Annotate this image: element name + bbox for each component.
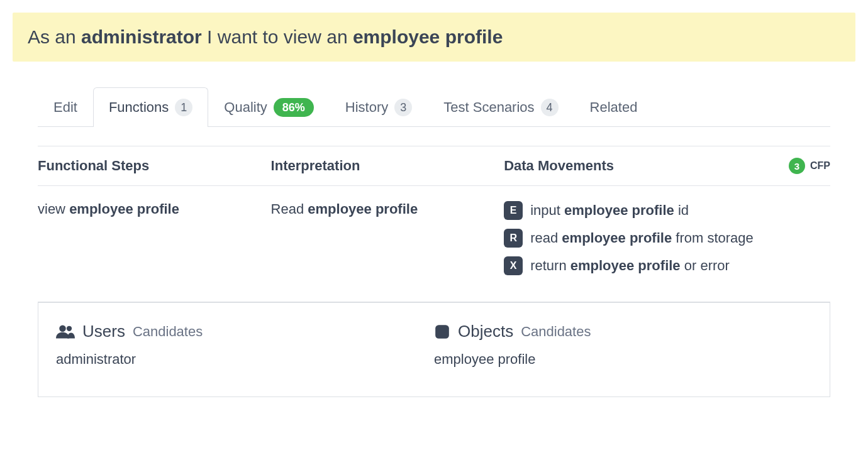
tab-related-label: Related bbox=[590, 99, 638, 116]
svg-point-1 bbox=[67, 326, 72, 331]
table-row: view employee profile Read employee prof… bbox=[38, 186, 830, 295]
cell-interpretation: Read employee profile bbox=[271, 201, 504, 275]
tab-functions-label: Functions bbox=[109, 99, 169, 116]
movement-badge-r: R bbox=[504, 229, 523, 248]
tab-bar: Edit Functions 1 Quality 86% History 3 T… bbox=[38, 87, 830, 127]
movement-read: R read employee profile from storage bbox=[504, 229, 830, 248]
svg-point-0 bbox=[59, 325, 66, 332]
cell-functional-step: view employee profile bbox=[38, 201, 271, 275]
object-icon bbox=[434, 324, 450, 340]
tab-quality[interactable]: Quality 86% bbox=[208, 87, 330, 127]
cell-data-movements: E input employee profile id R read emplo… bbox=[504, 201, 830, 275]
candidates-panel: Users Candidates administrator Objects C… bbox=[38, 302, 830, 397]
step-bold: employee profile bbox=[69, 201, 179, 217]
banner-pre: As an bbox=[28, 26, 81, 47]
cfp-badge: 3 CFP bbox=[789, 158, 830, 174]
users-icon bbox=[56, 324, 75, 339]
users-candidate-value: administrator bbox=[56, 351, 434, 368]
functions-table: Functional Steps Interpretation Data Mov… bbox=[38, 146, 830, 295]
objects-candidates: Objects Candidates employee profile bbox=[434, 322, 812, 368]
tab-history-label: History bbox=[345, 99, 388, 116]
users-candidates-header: Users Candidates bbox=[56, 322, 434, 341]
tab-test-scenarios-label: Test Scenarios bbox=[443, 99, 534, 116]
movement-exit: X return employee profile or error bbox=[504, 256, 830, 275]
objects-subtitle: Candidates bbox=[521, 324, 591, 340]
movement-badge-e: E bbox=[504, 201, 523, 220]
tab-functions-count: 1 bbox=[175, 99, 192, 116]
tab-edit-label: Edit bbox=[53, 99, 77, 116]
movement-text: input employee profile id bbox=[530, 202, 689, 219]
movement-text: return employee profile or error bbox=[530, 258, 730, 274]
tab-functions[interactable]: Functions 1 bbox=[93, 87, 208, 127]
tab-history-count: 3 bbox=[394, 99, 412, 116]
banner-role: administrator bbox=[81, 26, 202, 47]
story-banner: As an administrator I want to view an em… bbox=[13, 13, 855, 62]
movement-badge-x: X bbox=[504, 256, 523, 275]
objects-candidate-value: employee profile bbox=[434, 351, 812, 368]
svg-rect-2 bbox=[435, 325, 449, 339]
banner-object: employee profile bbox=[353, 26, 503, 47]
users-title: Users bbox=[82, 322, 125, 341]
tab-edit[interactable]: Edit bbox=[38, 87, 93, 127]
users-candidates: Users Candidates administrator bbox=[56, 322, 434, 368]
tab-history[interactable]: History 3 bbox=[330, 87, 428, 127]
objects-candidates-header: Objects Candidates bbox=[434, 322, 812, 341]
header-data-movements: Data Movements bbox=[504, 158, 614, 174]
movement-entry: E input employee profile id bbox=[504, 201, 830, 220]
header-interpretation: Interpretation bbox=[271, 158, 504, 174]
movement-text: read employee profile from storage bbox=[530, 230, 754, 246]
table-header-row: Functional Steps Interpretation Data Mov… bbox=[38, 146, 830, 186]
step-pre: view bbox=[38, 201, 69, 217]
tab-quality-percent: 86% bbox=[274, 98, 314, 117]
objects-title: Objects bbox=[458, 322, 513, 341]
cfp-count: 3 bbox=[789, 158, 805, 174]
header-functional-steps: Functional Steps bbox=[38, 158, 271, 174]
interp-pre: Read bbox=[271, 201, 308, 217]
banner-mid: I want to view an bbox=[202, 26, 353, 47]
tab-test-scenarios[interactable]: Test Scenarios 4 bbox=[428, 87, 574, 127]
interp-bold: employee profile bbox=[308, 201, 418, 217]
tab-test-scenarios-count: 4 bbox=[541, 99, 559, 116]
tab-quality-label: Quality bbox=[224, 99, 267, 116]
cfp-label: CFP bbox=[810, 160, 830, 172]
tab-related[interactable]: Related bbox=[574, 87, 654, 127]
users-subtitle: Candidates bbox=[133, 324, 203, 340]
